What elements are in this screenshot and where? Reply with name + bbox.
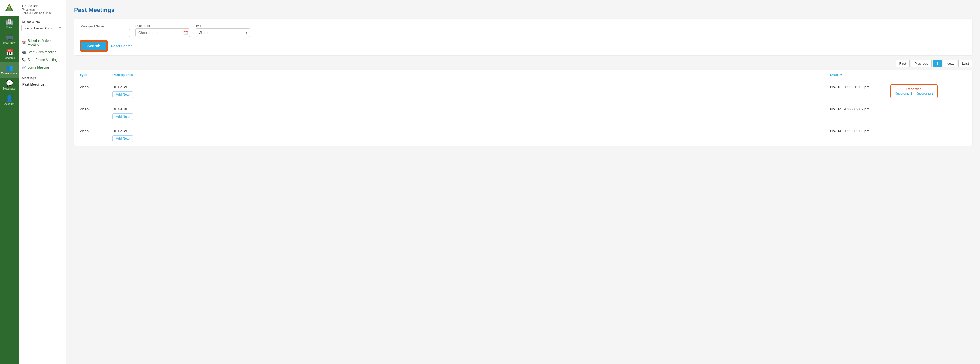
row3-participant-name: Dr. Gellar [112, 128, 830, 133]
sidebar-item-schedule[interactable]: 📅 Schedule [0, 47, 19, 62]
first-page-button[interactable]: First [896, 60, 910, 67]
reset-search-button[interactable]: Reset Search [111, 44, 133, 48]
user-role: Physician [22, 8, 63, 11]
sidebar-item-schedule-label: Schedule [3, 57, 15, 60]
meet-now-icon: 📹 [6, 35, 13, 40]
recording1-link[interactable]: Recording 1 [895, 92, 912, 95]
user-clinic: Lorelie Training Clinic [22, 11, 63, 14]
table-row: Video Dr. Gellar Add Note Nov 14, 2022 -… [74, 102, 972, 124]
nav-start-phone[interactable]: 📞 Start Phone Meeting [19, 56, 66, 64]
date-range-wrapper[interactable]: 📅 [135, 29, 190, 37]
row2-participant-cell: Dr. Gellar Add Note [112, 106, 830, 120]
nav-start-video[interactable]: 📹 Start Video Meeting [19, 48, 66, 56]
row2-type: Video [80, 106, 112, 111]
sidebar-item-meet-now-label: Meet Now [3, 41, 15, 44]
nav-join-meeting-label: Join a Meeting [28, 65, 49, 69]
row1-date: Nov 16, 2022 - 12:02 pm [830, 84, 890, 89]
sidebar-item-meet-now[interactable]: 📹 Meet Now [0, 32, 19, 47]
th-participants: Participants [112, 73, 830, 77]
date-range-field: Date Range 📅 [135, 24, 190, 37]
sidebar-item-clinic[interactable]: 🏥 Clinic [0, 16, 19, 32]
sidebar-item-consultations[interactable]: 👥 Consultations [0, 62, 19, 78]
meetings-section-label: Meetings [19, 73, 66, 81]
sidebar-item-consultations-label: Consultations [1, 72, 18, 75]
filter-row: Participant Name Date Range 📅 Type Video… [81, 24, 966, 37]
schedule-video-icon: 📅 [22, 41, 26, 45]
type-select[interactable]: Video Phone All [196, 29, 250, 37]
filter-actions: Search Reset Search [81, 41, 966, 51]
sidebar-item-account[interactable]: 👤 Account [0, 93, 19, 108]
recording2-link[interactable]: Recording 2 [916, 92, 934, 95]
filter-card: Participant Name Date Range 📅 Type Video… [74, 19, 972, 56]
messages-icon: 💬 [6, 80, 13, 86]
chevron-down-icon: ▾ [59, 26, 61, 30]
recording-links: Recording 1 Recording 2 [895, 92, 933, 95]
row1-type: Video [80, 84, 112, 89]
nav-schedule-video[interactable]: 📅 Schedule Video Meeting [19, 37, 66, 48]
row2-add-note-button[interactable]: Add Note [112, 113, 133, 120]
nav-menu: 📅 Schedule Video Meeting 📹 Start Video M… [19, 35, 66, 73]
row3-recorded-cell [890, 128, 967, 129]
type-label: Type [196, 24, 250, 27]
row3-date: Nov 14, 2022 - 02:05 pm [830, 128, 890, 133]
previous-page-button[interactable]: Previous [911, 60, 932, 67]
secondary-sidebar: Dr. Gellar Physician Lorelie Training Cl… [19, 0, 67, 364]
next-page-button[interactable]: Next [943, 60, 958, 67]
nav-start-phone-label: Start Phone Meeting [28, 58, 57, 62]
pagination-row: First Previous 1 Next Last [74, 60, 972, 67]
type-select-wrapper: Video Phone All ▾ [196, 29, 250, 37]
nav-schedule-video-label: Schedule Video Meeting [28, 39, 63, 46]
account-icon: 👤 [6, 95, 13, 102]
recorded-label: Recorded [895, 87, 933, 91]
row1-participant-cell: Dr. Gellar Add Note [112, 84, 830, 98]
nav-join-meeting[interactable]: 🔗 Join a Meeting [19, 64, 66, 72]
participant-name-input[interactable] [81, 29, 130, 37]
search-button[interactable]: Search [81, 41, 107, 51]
row3-add-note-button[interactable]: Add Note [112, 135, 133, 142]
page-title: Past Meetings [74, 6, 972, 14]
schedule-icon: 📅 [6, 50, 13, 56]
date-range-label: Date Range [135, 24, 190, 27]
sidebar: 🏥 Clinic 📹 Meet Now 📅 Schedule 👥 Consult… [0, 0, 19, 364]
clinic-icon: 🏥 [6, 19, 13, 25]
row2-date: Nov 14, 2022 - 02:09 pm [830, 106, 890, 111]
type-field: Type Video Phone All ▾ [196, 24, 250, 37]
sidebar-item-account-label: Account [5, 102, 14, 105]
clinic-dropdown[interactable]: Lorelie Training Clinic ▾ [21, 25, 64, 32]
row1-participant-name: Dr. Gellar [112, 84, 830, 89]
row3-type: Video [80, 128, 112, 133]
participant-name-label: Participant Name [81, 25, 130, 28]
row3-participant-cell: Dr. Gellar Add Note [112, 128, 830, 142]
sidebar-item-clinic-label: Clinic [6, 26, 13, 29]
th-extra [890, 73, 967, 77]
sidebar-item-messages[interactable]: 💬 Messages [0, 78, 19, 93]
start-video-icon: 📹 [22, 50, 26, 54]
table-row: Video Dr. Gellar Add Note Nov 14, 2022 -… [74, 124, 972, 146]
date-range-input[interactable] [135, 29, 190, 37]
svg-point-2 [8, 6, 10, 8]
consultations-icon: 👥 [6, 65, 13, 71]
participant-name-field: Participant Name [81, 25, 130, 37]
th-date: Date ▼ [830, 73, 890, 77]
last-page-button[interactable]: Last [958, 60, 972, 67]
sidebar-item-messages-label: Messages [3, 87, 16, 90]
table-header: Type Participants Date ▼ [74, 70, 972, 80]
logo [0, 0, 19, 16]
start-phone-icon: 📞 [22, 58, 26, 62]
current-page-button[interactable]: 1 [933, 60, 942, 67]
user-name: Dr. Gellar [22, 4, 63, 8]
nav-past-meetings[interactable]: Past Meetings [19, 81, 66, 88]
sort-icon: ▼ [840, 73, 843, 76]
clinic-dropdown-value: Lorelie Training Clinic [24, 27, 52, 30]
th-type: Type [80, 73, 112, 77]
row2-recorded-cell [890, 106, 967, 106]
table-row: Video Dr. Gellar Add Note Nov 16, 2022 -… [74, 80, 972, 102]
recorded-box: Recorded Recording 1 Recording 2 [890, 84, 938, 98]
join-meeting-icon: 🔗 [22, 65, 26, 69]
row2-participant-name: Dr. Gellar [112, 106, 830, 111]
meetings-table: Type Participants Date ▼ Video Dr. Gella… [74, 70, 972, 146]
user-info: Dr. Gellar Physician Lorelie Training Cl… [19, 0, 66, 17]
main-content: Past Meetings Participant Name Date Rang… [67, 0, 980, 364]
row1-add-note-button[interactable]: Add Note [112, 91, 133, 98]
row1-recorded-cell: Recorded Recording 1 Recording 2 [890, 84, 967, 98]
